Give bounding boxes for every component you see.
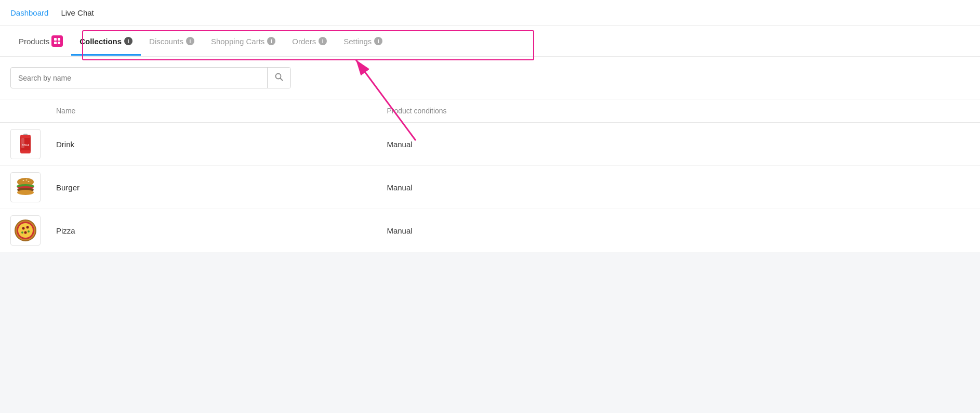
svg-line-7 (281, 79, 283, 81)
tab-collections[interactable]: Collections i (71, 28, 141, 56)
col-img-header (0, 99, 46, 123)
item-image-burger (10, 172, 41, 202)
pizza-icon (12, 217, 39, 244)
row-conditions-burger: Manual (376, 166, 980, 209)
row-img-cell (0, 166, 46, 209)
row-img-cell (0, 209, 46, 252)
collections-info-icon[interactable]: i (124, 37, 133, 45)
svg-rect-1 (58, 38, 60, 41)
tab-orders-label: Orders (292, 37, 316, 46)
nav-dashboard[interactable]: Dashboard (10, 8, 48, 17)
svg-rect-10 (20, 150, 31, 153)
svg-rect-0 (54, 38, 57, 41)
search-button[interactable] (267, 68, 290, 88)
svg-rect-2 (54, 42, 57, 44)
tab-settings-label: Settings (343, 37, 372, 46)
shopping-carts-info-icon[interactable]: i (267, 37, 275, 45)
svg-point-25 (22, 227, 25, 230)
search-area (0, 57, 980, 99)
search-wrapper (10, 67, 291, 88)
row-img-cell: COLA (0, 123, 46, 166)
svg-point-24 (18, 223, 33, 238)
svg-point-16 (26, 179, 28, 180)
tab-discounts-label: Discounts (149, 37, 183, 46)
nav-live-chat[interactable]: Live Chat (61, 8, 94, 17)
tabs-container: Products Collections i Discounts (0, 26, 980, 57)
row-conditions-pizza: Manual (376, 209, 980, 252)
tab-products-label: Products (19, 37, 49, 46)
row-conditions-drink: Manual (376, 123, 980, 166)
tab-products[interactable]: Products (10, 26, 71, 57)
row-name-drink[interactable]: Drink (46, 123, 376, 166)
tab-shopping-carts-label: Shopping Carts (211, 37, 264, 46)
row-name-pizza[interactable]: Pizza (46, 209, 376, 252)
svg-point-26 (27, 226, 29, 229)
table-row: Pizza Manual (0, 209, 980, 252)
tab-settings[interactable]: Settings i (335, 28, 391, 56)
top-nav: Dashboard Live Chat (0, 0, 980, 26)
search-icon (275, 73, 283, 81)
svg-rect-3 (58, 42, 60, 44)
item-image-pizza (10, 215, 41, 246)
tab-shopping-carts[interactable]: Shopping Carts i (203, 28, 284, 56)
search-input[interactable] (11, 69, 267, 87)
svg-point-29 (28, 230, 30, 233)
tab-orders[interactable]: Orders i (284, 28, 335, 56)
svg-text:COLA: COLA (22, 144, 30, 147)
item-image-drink: COLA (10, 129, 41, 159)
table-row: COLA Drink Manual (0, 123, 980, 166)
settings-info-icon[interactable]: i (374, 37, 382, 45)
svg-rect-11 (21, 138, 24, 148)
drink-icon: COLA (12, 131, 39, 158)
svg-point-17 (28, 181, 30, 182)
svg-point-28 (21, 231, 23, 234)
col-conditions-header: Product conditions (376, 99, 980, 123)
tab-collections-label: Collections (80, 37, 122, 46)
svg-point-21 (17, 190, 34, 195)
svg-point-15 (23, 180, 24, 181)
svg-point-27 (24, 231, 27, 234)
discounts-info-icon[interactable]: i (186, 37, 194, 45)
col-name-header: Name (46, 99, 376, 123)
table-row: Burger Manual (0, 166, 980, 209)
burger-icon (12, 174, 39, 201)
collections-table: Name Product conditions (0, 99, 980, 252)
row-name-burger[interactable]: Burger (46, 166, 376, 209)
tab-discounts[interactable]: Discounts i (141, 28, 203, 56)
products-badge-icon[interactable] (51, 35, 63, 47)
svg-rect-13 (23, 134, 28, 135)
orders-info-icon[interactable]: i (319, 37, 327, 45)
main-content: Products Collections i Discounts (0, 26, 980, 252)
